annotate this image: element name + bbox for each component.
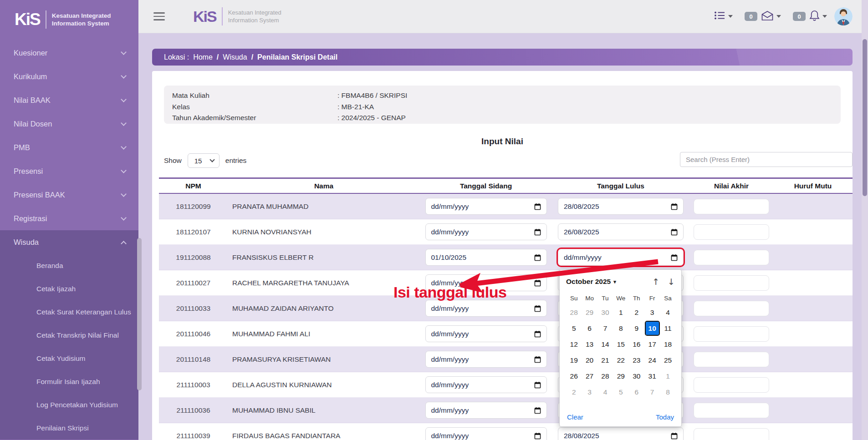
sidebar-item-wisuda[interactable]: Wisuda <box>0 230 138 254</box>
day-cell[interactable]: 2 <box>566 384 582 400</box>
day-cell[interactable]: 21 <box>597 352 613 368</box>
day-cell[interactable]: 26 <box>566 368 582 384</box>
nilai-akhir-input[interactable] <box>694 326 769 342</box>
tanggal-sidang-input[interactable]: dd/mm/yyyy <box>425 427 547 440</box>
page-scrollbar-thumb[interactable] <box>863 39 867 196</box>
nilai-akhir-input[interactable] <box>694 377 769 393</box>
day-cell[interactable]: 13 <box>582 336 597 352</box>
today-button[interactable]: Today <box>656 413 674 421</box>
day-cell[interactable]: 30 <box>629 368 644 384</box>
day-cell[interactable]: 19 <box>566 352 582 368</box>
sidebar-item-nilai-baak[interactable]: Nilai BAAK <box>0 88 138 112</box>
selected-day[interactable]: 10 <box>646 322 659 335</box>
tanggal-lulus-input[interactable]: 28/08/2025 <box>558 427 684 440</box>
sidebar-subitem-cetak-surat-keterangan-lulus[interactable]: Cetak Surat Keterangan Lulus <box>0 300 138 324</box>
next-month-arrow-icon[interactable]: ↓ <box>668 277 675 287</box>
day-cell[interactable]: 2 <box>629 304 644 320</box>
day-cell[interactable]: 15 <box>613 336 628 352</box>
tanggal-lulus-input[interactable]: 28/08/2025 <box>558 198 684 215</box>
tanggal-lulus-input[interactable]: 26/08/2025 <box>558 223 684 240</box>
nilai-akhir-input[interactable] <box>694 352 769 367</box>
tanggal-sidang-input[interactable]: dd/mm/yyyy <box>425 325 547 342</box>
sidebar-item-presensi-baak[interactable]: Presensi BAAK <box>0 183 138 207</box>
tanggal-lulus-input[interactable]: dd/mm/yyyy <box>558 249 684 266</box>
day-cell[interactable]: 23 <box>629 352 644 368</box>
messages-button[interactable]: 0 <box>745 10 781 23</box>
day-cell[interactable]: 24 <box>644 352 660 368</box>
day-cell[interactable]: 30 <box>597 304 613 320</box>
nilai-akhir-input[interactable] <box>694 403 769 418</box>
sidebar-subitem-formulir-isian-ijazah[interactable]: Formulir Isian Ijazah <box>0 370 138 393</box>
sidebar-item-presensi[interactable]: Presensi <box>0 159 138 183</box>
sidebar-subitem-cetak-yudisium[interactable]: Cetak Yudisium <box>0 347 138 370</box>
day-cell[interactable]: 25 <box>660 352 675 368</box>
day-cell[interactable]: 20 <box>582 352 597 368</box>
sidebar-item-kuesioner[interactable]: Kuesioner <box>0 41 138 65</box>
day-cell[interactable]: 1 <box>613 304 628 320</box>
search-input[interactable] <box>680 152 853 167</box>
sidebar-item-kurikulum[interactable]: Kurikulum <box>0 65 138 88</box>
nilai-akhir-input[interactable] <box>694 301 769 316</box>
day-cell[interactable]: 5 <box>566 320 582 336</box>
day-cell[interactable]: 18 <box>660 336 675 352</box>
nilai-akhir-input[interactable] <box>694 275 769 291</box>
day-cell[interactable]: 8 <box>660 384 675 400</box>
day-cell[interactable]: 7 <box>597 320 613 336</box>
day-cell[interactable]: 27 <box>582 368 597 384</box>
tanggal-sidang-input[interactable]: dd/mm/yyyy <box>425 402 547 419</box>
sidebar-subitem-cetak-transkrip-nilai-final[interactable]: Cetak Transkrip Nilai Final <box>0 324 138 347</box>
day-cell[interactable]: 12 <box>566 336 582 352</box>
nilai-akhir-input[interactable] <box>694 428 769 440</box>
chevron-down-icon <box>121 167 127 173</box>
sidebar-item-pmb[interactable]: PMB <box>0 136 138 159</box>
tanggal-sidang-input[interactable]: dd/mm/yyyy <box>425 376 547 393</box>
day-cell[interactable]: 17 <box>644 336 660 352</box>
nilai-akhir-input[interactable] <box>694 199 769 214</box>
quick-menu-button[interactable] <box>714 11 733 22</box>
hamburger-icon[interactable] <box>153 10 165 23</box>
day-cell[interactable]: 8 <box>613 320 628 336</box>
day-cell[interactable]: 9 <box>629 320 644 336</box>
breadcrumb-home[interactable]: Home <box>193 53 213 61</box>
entries-select[interactable]: 15 <box>188 153 220 168</box>
prev-month-arrow-icon[interactable]: ↑ <box>652 277 659 287</box>
clear-button[interactable]: Clear <box>567 413 583 421</box>
sidebar-subitem-penilaian-skripsi[interactable]: Penilaian Skripsi <box>0 416 138 440</box>
tanggal-sidang-input[interactable]: dd/mm/yyyy <box>425 198 547 215</box>
nilai-akhir-input[interactable] <box>694 250 769 265</box>
day-cell[interactable]: 28 <box>597 368 613 384</box>
tanggal-sidang-input[interactable]: dd/mm/yyyy <box>425 351 547 368</box>
day-cell[interactable]: 28 <box>566 304 582 320</box>
sidebar-subitem-beranda[interactable]: Beranda <box>0 254 138 277</box>
day-cell[interactable]: 1 <box>660 368 675 384</box>
day-cell[interactable]: 6 <box>629 384 644 400</box>
sidebar-item-nilai-dosen[interactable]: Nilai Dosen <box>0 112 138 136</box>
avatar[interactable] <box>834 7 853 25</box>
day-cell[interactable]: 5 <box>613 384 628 400</box>
tanggal-sidang-input[interactable]: dd/mm/yyyy <box>425 300 547 317</box>
tanggal-sidang-input[interactable]: dd/mm/yyyy <box>425 223 547 240</box>
day-cell[interactable]: 6 <box>582 320 597 336</box>
month-selector[interactable]: October 2025 ▾ <box>566 278 616 286</box>
day-cell[interactable]: 22 <box>613 352 628 368</box>
sidebar-scrollbar-thumb[interactable] <box>137 238 142 390</box>
day-cell[interactable]: 7 <box>644 384 660 400</box>
sidebar-item-registrasi[interactable]: Registrasi <box>0 207 138 230</box>
day-cell[interactable]: 14 <box>597 336 613 352</box>
notifications-button[interactable]: 0 <box>793 10 827 23</box>
day-cell[interactable]: 4 <box>597 384 613 400</box>
sidebar-subitem-log-pencetakan-yudisium[interactable]: Log Pencetakan Yudisium <box>0 393 138 416</box>
day-cell[interactable]: 29 <box>582 304 597 320</box>
day-cell[interactable]: 31 <box>644 368 660 384</box>
sidebar-subitem-cetak-ijazah[interactable]: Cetak Ijazah <box>0 277 138 300</box>
day-cell[interactable]: 3 <box>644 304 660 320</box>
day-cell[interactable]: 11 <box>660 320 675 336</box>
tanggal-sidang-input[interactable]: 01/10/2025 <box>425 249 547 266</box>
day-cell[interactable]: 16 <box>629 336 644 352</box>
page-scrollbar[interactable] <box>862 0 868 440</box>
breadcrumb-wisuda[interactable]: Wisuda <box>223 53 247 61</box>
day-cell[interactable]: 29 <box>613 368 628 384</box>
nilai-akhir-input[interactable] <box>694 224 769 240</box>
day-cell[interactable]: 4 <box>660 304 675 320</box>
day-cell[interactable]: 3 <box>582 384 597 400</box>
